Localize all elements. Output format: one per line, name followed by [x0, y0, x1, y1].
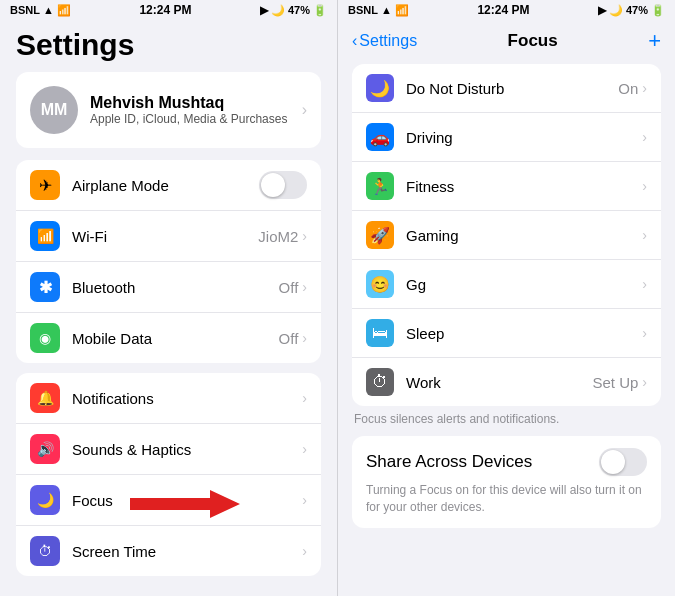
sounds-icon: 🔊: [30, 434, 60, 464]
settings-row-bluetooth[interactable]: ✱ Bluetooth Off ›: [16, 262, 321, 313]
moon-icon: 🌙: [271, 4, 285, 17]
status-bar-right: BSNL ▲ 📶 12:24 PM ▶ 🌙 47% 🔋: [338, 0, 675, 20]
right-panel: BSNL ▲ 📶 12:24 PM ▶ 🌙 47% 🔋 ‹ Settings F…: [337, 0, 675, 596]
add-focus-button[interactable]: +: [648, 28, 661, 54]
bluetooth-chevron-icon: ›: [302, 279, 307, 295]
location-icon: ▶: [260, 4, 268, 17]
focus-list: 🌙 Do Not Disturb On › 🚗 Driving › 🏃 Fitn…: [352, 64, 661, 406]
share-sub: Turning a Focus on for this device will …: [366, 482, 647, 516]
driving-label: Driving: [406, 129, 642, 146]
battery-left: 47%: [288, 4, 310, 16]
mobiledata-icon: ◉: [30, 323, 60, 353]
mobiledata-label: Mobile Data: [72, 330, 279, 347]
driving-chevron-icon: ›: [642, 129, 647, 145]
time-right: 12:24 PM: [477, 3, 529, 17]
bluetooth-label: Bluetooth: [72, 279, 279, 296]
signal-right-icon: ▲: [381, 4, 392, 16]
wifi-chevron-icon: ›: [302, 228, 307, 244]
share-row: Share Across Devices: [366, 448, 647, 476]
settings-row-notifications[interactable]: 🔔 Notifications ›: [16, 373, 321, 424]
settings-row-screentime[interactable]: ⏱ Screen Time ›: [16, 526, 321, 576]
airplane-toggle-knob: [261, 173, 285, 197]
signal-icon: ▲: [43, 4, 54, 16]
work-chevron-icon: ›: [642, 374, 647, 390]
mobiledata-chevron-icon: ›: [302, 330, 307, 346]
fitness-icon: 🏃: [366, 172, 394, 200]
sounds-label: Sounds & Haptics: [72, 441, 302, 458]
profile-left: MM Mehvish Mushtaq Apple ID, iCloud, Med…: [30, 86, 287, 134]
wifi-label: Wi-Fi: [72, 228, 258, 245]
airplane-toggle[interactable]: [259, 171, 307, 199]
fitness-chevron-icon: ›: [642, 178, 647, 194]
settings-group-1: ✈ Airplane Mode 📶 Wi-Fi JioM2 › ✱ Blueto…: [16, 160, 321, 363]
sounds-chevron-icon: ›: [302, 441, 307, 457]
focus-row-gg[interactable]: 😊 Gg ›: [352, 260, 661, 309]
carrier-right: BSNL: [348, 4, 378, 16]
gg-chevron-icon: ›: [642, 276, 647, 292]
sleep-chevron-icon: ›: [642, 325, 647, 341]
status-right-left: ▶ 🌙 47% 🔋: [260, 4, 327, 17]
screentime-icon: ⏱: [30, 536, 60, 566]
share-label: Share Across Devices: [366, 452, 532, 472]
svg-marker-0: [130, 490, 240, 518]
focus-row-work[interactable]: ⏱ Work Set Up ›: [352, 358, 661, 406]
gg-label: Gg: [406, 276, 642, 293]
work-icon: ⏱: [366, 368, 394, 396]
dnd-chevron-icon: ›: [642, 80, 647, 96]
profile-chevron-icon: ›: [302, 101, 307, 119]
status-right-right: ▶ 🌙 47% 🔋: [598, 4, 665, 17]
focus-row-dnd[interactable]: 🌙 Do Not Disturb On ›: [352, 64, 661, 113]
settings-row-airplane[interactable]: ✈ Airplane Mode: [16, 160, 321, 211]
profile-name: Mehvish Mushtaq: [90, 94, 287, 112]
sleep-icon: 🛏: [366, 319, 394, 347]
notifications-label: Notifications: [72, 390, 302, 407]
back-label: Settings: [359, 32, 417, 50]
carrier-left: BSNL: [10, 4, 40, 16]
wifi-right-icon: 📶: [395, 4, 409, 17]
share-toggle-knob: [601, 450, 625, 474]
focus-hint: Focus silences alerts and notifications.: [338, 406, 675, 436]
gaming-icon: 🚀: [366, 221, 394, 249]
wifi-value: JioM2: [258, 228, 298, 245]
status-bar-left: BSNL ▲ 📶 12:24 PM ▶ 🌙 47% 🔋: [0, 0, 337, 20]
fitness-label: Fitness: [406, 178, 642, 195]
arrow-annotation: [130, 490, 240, 522]
battery-right: 47%: [626, 4, 648, 16]
avatar: MM: [30, 86, 78, 134]
mobiledata-value: Off: [279, 330, 299, 347]
focus-row-sleep[interactable]: 🛏 Sleep ›: [352, 309, 661, 358]
profile-info: Mehvish Mushtaq Apple ID, iCloud, Media …: [90, 94, 287, 126]
time-left: 12:24 PM: [139, 3, 191, 17]
gaming-chevron-icon: ›: [642, 227, 647, 243]
nav-bar: ‹ Settings Focus +: [338, 20, 675, 58]
battery-icon: 🔋: [313, 4, 327, 17]
settings-row-mobiledata[interactable]: ◉ Mobile Data Off ›: [16, 313, 321, 363]
notifications-icon: 🔔: [30, 383, 60, 413]
airplane-label: Airplane Mode: [72, 177, 259, 194]
settings-row-sounds[interactable]: 🔊 Sounds & Haptics ›: [16, 424, 321, 475]
gaming-label: Gaming: [406, 227, 642, 244]
focus-row-fitness[interactable]: 🏃 Fitness ›: [352, 162, 661, 211]
profile-card[interactable]: MM Mehvish Mushtaq Apple ID, iCloud, Med…: [16, 72, 321, 148]
back-chevron-icon: ‹: [352, 32, 357, 50]
sleep-label: Sleep: [406, 325, 642, 342]
gg-icon: 😊: [366, 270, 394, 298]
profile-subtitle: Apple ID, iCloud, Media & Purchases: [90, 112, 287, 126]
back-button[interactable]: ‹ Settings: [352, 32, 417, 50]
airplane-icon: ✈: [30, 170, 60, 200]
battery-right-icon: 🔋: [651, 4, 665, 17]
wifi-status-icon: 📶: [57, 4, 71, 17]
focus-row-driving[interactable]: 🚗 Driving ›: [352, 113, 661, 162]
screentime-label: Screen Time: [72, 543, 302, 560]
focus-row-gaming[interactable]: 🚀 Gaming ›: [352, 211, 661, 260]
settings-title-area: Settings: [0, 20, 337, 68]
share-section: Share Across Devices Turning a Focus on …: [352, 436, 661, 528]
work-label: Work: [406, 374, 592, 391]
status-left: BSNL ▲ 📶: [10, 4, 71, 17]
settings-row-wifi[interactable]: 📶 Wi-Fi JioM2 ›: [16, 211, 321, 262]
settings-group-2: 🔔 Notifications › 🔊 Sounds & Haptics › 🌙…: [16, 373, 321, 576]
page-title: Settings: [16, 28, 321, 62]
notifications-chevron-icon: ›: [302, 390, 307, 406]
bluetooth-icon: ✱: [30, 272, 60, 302]
share-toggle[interactable]: [599, 448, 647, 476]
